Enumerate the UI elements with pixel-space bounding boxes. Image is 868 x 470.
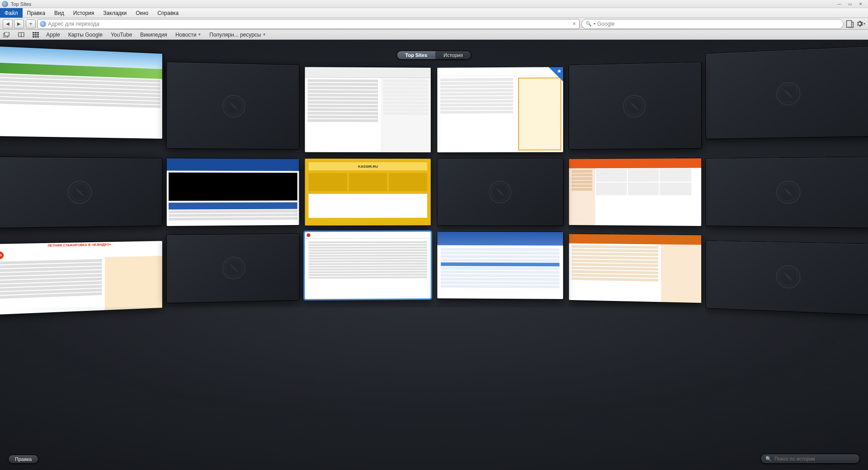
site-thumbnail: KASSIR.RU	[305, 159, 431, 226]
search-icon: 🔍	[765, 456, 772, 462]
bookmark-item[interactable]: Новости▼	[175, 32, 201, 38]
top-site-tile-empty[interactable]	[705, 240, 868, 315]
svg-rect-7	[35, 34, 37, 35]
compass-placeholder-icon	[776, 82, 801, 106]
top-site-tile[interactable]	[304, 66, 431, 153]
compass-placeholder-icon	[222, 95, 245, 118]
svg-rect-6	[33, 34, 34, 35]
bookmark-label: Википедия	[140, 32, 167, 38]
top-site-tile[interactable]	[568, 234, 702, 304]
site-thumbnail	[437, 232, 563, 299]
top-site-tile-empty[interactable]	[437, 158, 564, 226]
top-sites-view: Top Sites История KASSIR.RUЛЕТНЯЯ СТАЖИР…	[0, 40, 868, 470]
top-site-tile[interactable]	[437, 66, 564, 153]
reading-list-icon[interactable]	[17, 32, 25, 38]
svg-rect-10	[35, 36, 37, 38]
maximize-button[interactable]: ▭	[844, 1, 855, 7]
site-thumbnail	[167, 158, 299, 226]
menu-item-история[interactable]: История	[69, 8, 99, 18]
bookmark-item[interactable]: Карты Google	[68, 32, 103, 38]
top-site-tile[interactable]	[437, 231, 564, 300]
svg-rect-8	[37, 34, 39, 35]
menu-item-закладки[interactable]: Закладки	[99, 8, 131, 18]
menu-item-окно[interactable]: Окно	[131, 8, 153, 18]
history-search-input[interactable]	[774, 456, 855, 461]
show-bookmarks-icon[interactable]	[3, 32, 11, 38]
search-icon: 🔍	[585, 21, 592, 27]
compass-placeholder-icon	[489, 181, 511, 203]
clear-address-icon[interactable]: ✕	[571, 21, 577, 27]
safari-icon	[2, 1, 8, 7]
search-engine-dropdown-icon[interactable]: ▾	[594, 22, 595, 26]
menu-item-вид[interactable]: Вид	[50, 8, 69, 18]
bookmark-label: Карты Google	[68, 32, 103, 38]
minimize-button[interactable]: —	[834, 1, 844, 7]
menu-bar: ФайлПравкаВидИсторияЗакладкиОкноСправка	[0, 8, 868, 18]
top-sites-icon[interactable]	[32, 32, 40, 38]
top-site-tile[interactable]	[568, 158, 702, 226]
compass-placeholder-icon	[222, 257, 245, 280]
top-site-tile[interactable]	[166, 158, 300, 226]
svg-rect-3	[33, 32, 34, 33]
top-site-tile-empty[interactable]	[0, 156, 163, 228]
edit-button[interactable]: Правка	[8, 455, 38, 464]
search-bar[interactable]: 🔍 ▾	[581, 19, 844, 29]
menu-item-файл[interactable]: Файл	[0, 8, 23, 18]
window-titlebar: Top Sites — ▭ ✕	[0, 0, 868, 8]
top-site-tile-empty[interactable]	[705, 156, 868, 228]
compass-placeholder-icon	[776, 181, 801, 204]
compass-icon	[40, 21, 46, 27]
tab-history[interactable]: История	[435, 51, 471, 59]
window-title: Top Sites	[11, 1, 834, 7]
top-site-tile[interactable]: KASSIR.RU	[304, 158, 431, 226]
svg-rect-11	[37, 36, 39, 38]
close-button[interactable]: ✕	[855, 1, 866, 7]
svg-rect-5	[37, 32, 39, 33]
compass-placeholder-icon	[67, 181, 92, 204]
top-site-tile[interactable]	[304, 231, 431, 300]
top-site-tile[interactable]	[0, 46, 163, 139]
chevron-down-icon: ▼	[198, 33, 201, 37]
svg-rect-9	[33, 36, 34, 38]
top-site-tile-empty[interactable]	[568, 62, 702, 150]
bookmark-label: Apple	[46, 32, 60, 38]
site-thumbnail	[569, 234, 701, 303]
chevron-down-icon: ▼	[262, 33, 266, 37]
top-site-tile-empty[interactable]	[166, 234, 300, 304]
bookmarks-bar: AppleКарты GoogleYouTubeВикипедияНовости…	[0, 30, 868, 40]
svg-rect-0	[847, 20, 852, 27]
menu-item-справка[interactable]: Справка	[153, 8, 183, 18]
back-button[interactable]: ◀	[3, 19, 13, 28]
compass-placeholder-icon	[776, 265, 801, 289]
top-site-tile[interactable]: ЛЕТНЯЯ СТАЖИРОВКА В «М.ВИДЕО»hh	[0, 240, 163, 315]
top-site-tile-empty[interactable]	[705, 46, 868, 139]
top-site-tile-empty[interactable]	[166, 62, 300, 150]
compass-placeholder-icon	[623, 95, 646, 118]
view-segmented-control: Top Sites История	[396, 51, 471, 60]
menu-item-правка[interactable]: Правка	[23, 8, 50, 18]
page-action-icon[interactable]	[845, 19, 854, 28]
search-input[interactable]	[597, 21, 840, 27]
site-thumbnail: ЛЕТНЯЯ СТАЖИРОВКА В «М.ВИДЕО»hh	[0, 241, 162, 315]
svg-rect-4	[35, 32, 37, 33]
history-search[interactable]: 🔍	[760, 454, 860, 464]
settings-gear-icon[interactable]: ▾	[856, 19, 865, 28]
toolbar: ◀ ▶ + ✕ 🔍 ▾ ▾	[0, 18, 868, 30]
site-thumbnail	[569, 158, 701, 226]
bookmark-item[interactable]: YouTube	[111, 32, 132, 38]
site-thumbnail	[305, 232, 431, 299]
address-bar[interactable]: ✕	[38, 19, 580, 29]
floor-reflection	[0, 307, 868, 470]
bookmark-item[interactable]: Википедия	[140, 32, 167, 38]
add-bookmark-button[interactable]: +	[26, 19, 36, 28]
site-thumbnail	[305, 67, 431, 152]
bookmark-item[interactable]: Apple	[46, 32, 60, 38]
tab-top-sites[interactable]: Top Sites	[397, 51, 435, 59]
bookmark-label: Популярн... ресурсы	[209, 32, 261, 38]
site-thumbnail	[437, 67, 563, 152]
bookmark-label: Новости	[175, 32, 196, 38]
forward-button[interactable]: ▶	[14, 19, 24, 28]
bookmark-item[interactable]: Популярн... ресурсы▼	[209, 32, 266, 38]
bookmark-label: YouTube	[111, 32, 132, 38]
address-input[interactable]	[48, 21, 569, 27]
